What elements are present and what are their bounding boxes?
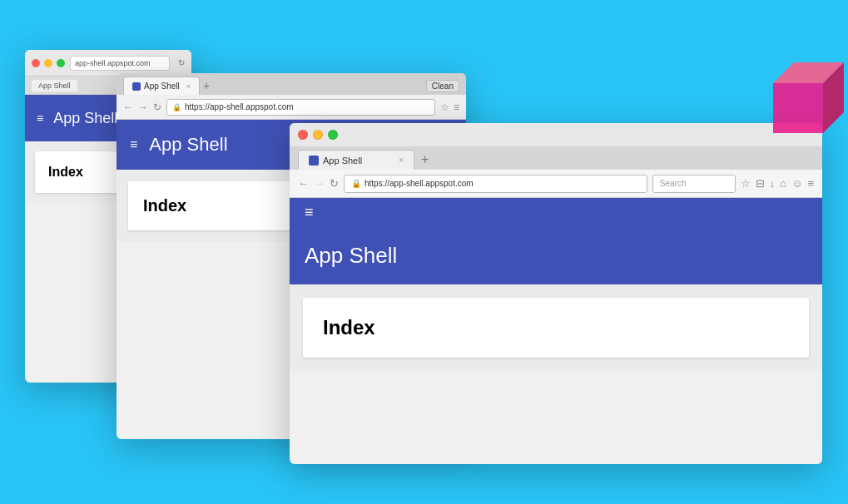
refresh-icon-chrome[interactable]: ↻ bbox=[153, 101, 161, 113]
tab-strip-chrome: App Shell × + Clean bbox=[117, 73, 466, 95]
search-placeholder-firefox: Search bbox=[660, 179, 687, 188]
minimize-button-firefox[interactable] bbox=[313, 130, 323, 140]
addr-actions-firefox: ☆ ⊟ ↓ ⌂ ☺ ≡ bbox=[741, 177, 814, 190]
menu-icon-chrome[interactable]: ≡ bbox=[454, 101, 459, 113]
maximize-button-firefox[interactable] bbox=[328, 130, 338, 140]
tab-close-chrome[interactable]: × bbox=[186, 82, 191, 91]
app-body-firefox: ≡ App Shell Index bbox=[290, 198, 822, 371]
hamburger-bar-firefox: ≡ bbox=[290, 198, 822, 226]
app-title-firefox: App Shell bbox=[305, 243, 397, 269]
star-icon-chrome[interactable]: ☆ bbox=[440, 101, 449, 113]
favicon-chrome bbox=[132, 82, 141, 91]
back-icon-firefox[interactable]: ← bbox=[298, 177, 309, 190]
tab-firefox[interactable]: App Shell × bbox=[298, 150, 414, 170]
svg-marker-0 bbox=[773, 83, 823, 133]
url-bar-chrome[interactable]: 🔒 https://app-shell.appspot.com bbox=[166, 99, 435, 116]
addr-actions-chrome: ☆ ≡ bbox=[440, 101, 459, 113]
forward-icon-firefox[interactable]: → bbox=[314, 177, 325, 190]
decorative-box bbox=[756, 50, 848, 150]
new-tab-icon-chrome[interactable]: + bbox=[203, 77, 210, 95]
tab-label-mobile[interactable]: App Shell bbox=[32, 80, 77, 91]
search-bar-firefox[interactable]: Search bbox=[652, 175, 736, 193]
tab-label-chrome: App Shell bbox=[144, 82, 180, 91]
tab-label-firefox: App Shell bbox=[323, 156, 362, 166]
content-label-chrome: Index bbox=[143, 196, 186, 215]
lock-icon-firefox: 🔒 bbox=[351, 179, 361, 188]
window-controls-mobile bbox=[32, 59, 65, 67]
app-title-mobile: App Shell bbox=[53, 110, 117, 127]
tab-close-firefox[interactable]: × bbox=[399, 156, 404, 165]
refresh-icon-firefox[interactable]: ↻ bbox=[330, 177, 339, 190]
clean-button-chrome[interactable]: Clean bbox=[426, 80, 459, 92]
content-area-firefox: Index bbox=[290, 284, 822, 371]
new-tab-icon-firefox[interactable]: + bbox=[416, 150, 434, 170]
download-icon-firefox[interactable]: ↓ bbox=[770, 177, 776, 190]
bookmark-icon-firefox[interactable]: ⊟ bbox=[756, 177, 765, 190]
content-label-firefox: Index bbox=[323, 316, 375, 338]
hamburger-icon-mobile[interactable]: ≡ bbox=[37, 111, 43, 125]
address-bar-chrome: ← → ↻ 🔒 https://app-shell.appspot.com ☆ … bbox=[117, 95, 466, 120]
minimize-button-mobile[interactable] bbox=[44, 59, 52, 67]
maximize-button-mobile[interactable] bbox=[57, 59, 65, 67]
menu-icon-firefox[interactable]: ≡ bbox=[807, 177, 814, 190]
tab-chrome[interactable]: App Shell × bbox=[123, 77, 200, 95]
address-bar-firefox: ← → ↻ 🔒 https://app-shell.appspot.com Se… bbox=[290, 170, 822, 198]
content-card-firefox: Index bbox=[303, 298, 809, 358]
smiley-icon-firefox[interactable]: ☺ bbox=[791, 177, 802, 190]
browser-window-firefox: App Shell × + ← → ↻ 🔒 https://app-shell.… bbox=[290, 123, 822, 464]
app-header-firefox: App Shell bbox=[290, 226, 822, 284]
hamburger-icon-firefox[interactable]: ≡ bbox=[305, 204, 314, 221]
forward-icon-chrome[interactable]: → bbox=[138, 101, 148, 113]
favicon-firefox bbox=[309, 156, 319, 166]
tab-strip-firefox: App Shell × + bbox=[290, 146, 822, 170]
back-icon-chrome[interactable]: ← bbox=[123, 101, 133, 113]
url-text-mobile: app-shell.appspot.com bbox=[75, 59, 151, 67]
hamburger-icon-chrome[interactable]: ≡ bbox=[130, 137, 137, 152]
refresh-icon-mobile[interactable]: ↻ bbox=[178, 58, 185, 67]
chrome-top-firefox bbox=[290, 123, 822, 146]
window-controls-firefox bbox=[298, 130, 338, 140]
url-bar-firefox[interactable]: 🔒 https://app-shell.appspot.com bbox=[344, 175, 647, 193]
app-title-chrome: App Shell bbox=[149, 134, 227, 156]
content-label-mobile: Index bbox=[48, 165, 83, 179]
home-icon-firefox[interactable]: ⌂ bbox=[780, 177, 786, 190]
url-bar-mobile[interactable]: app-shell.appspot.com bbox=[70, 56, 170, 71]
close-button-firefox[interactable] bbox=[298, 130, 308, 140]
star-icon-firefox[interactable]: ☆ bbox=[741, 177, 751, 190]
lock-icon-chrome: 🔒 bbox=[172, 103, 181, 111]
url-text-firefox: https://app-shell.appspot.com bbox=[364, 179, 474, 188]
url-text-chrome: https://app-shell.appspot.com bbox=[185, 102, 294, 111]
close-button-mobile[interactable] bbox=[32, 59, 40, 67]
